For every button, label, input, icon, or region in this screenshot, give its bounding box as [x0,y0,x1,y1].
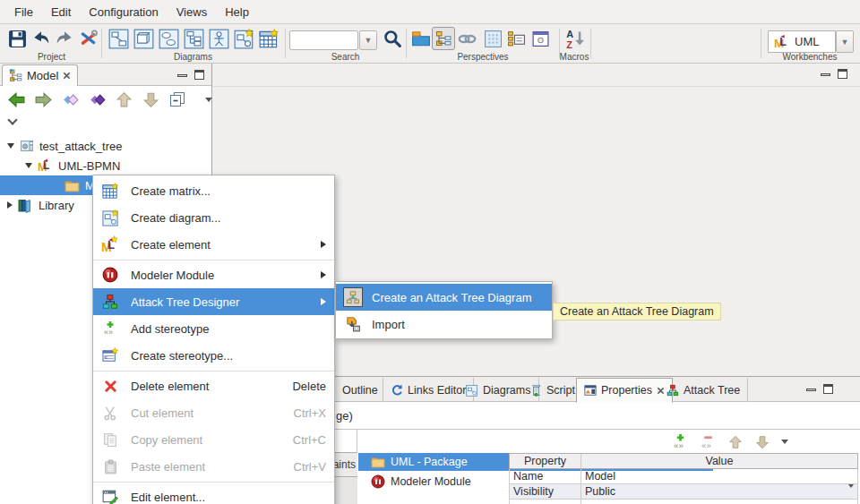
macros-sort-icon[interactable]: AZ [563,27,587,50]
menu-views[interactable]: Views [168,2,216,22]
properties-table: Property Value Name Model Visibility Pub… [509,453,858,504]
undo-icon[interactable] [30,27,53,50]
expander-open-icon[interactable] [25,163,32,168]
menu-item-cut-element[interactable]: Cut element Ctrl+X [93,399,334,426]
svg-text:«»: «» [104,328,113,337]
maximize-icon[interactable] [823,384,833,394]
list-editor-icon[interactable] [504,27,528,50]
window-perspective-icon[interactable] [529,27,552,50]
view-menu-icon[interactable] [205,98,212,102]
value-cell[interactable]: Model [581,469,857,483]
remove-stereotype-icon[interactable]: «» [700,433,717,450]
usecase-diagram-icon[interactable] [157,27,180,50]
main-toolbar: Project Diagrams ▼ Search [0,24,860,64]
tree-item-project[interactable]: test_attack_tree [0,136,211,156]
group-label-workbenches: Workbenches [763,52,856,62]
view-menu-icon[interactable] [781,440,788,444]
grid-perspective-icon[interactable] [481,27,504,50]
collapse-all-icon[interactable] [168,90,186,108]
move-up-icon[interactable] [727,434,744,450]
tab-attack-tree[interactable]: Attack Tree [659,378,748,402]
tree-item-umlbpmn[interactable]: ML UML-BPMN [0,156,211,175]
links-chain-icon[interactable] [455,27,478,50]
tab-label: Properties [601,384,652,397]
side-tab-partial[interactable]: aints [334,452,357,477]
property-cell: Visibility [510,484,581,499]
menu-item-label: Attack Tree Designer [131,295,239,309]
configure-tools-icon[interactable] [77,27,100,50]
tree-label: Library [39,199,74,212]
actor-diagram-icon[interactable] [207,27,230,50]
project-workspace-icon[interactable] [409,27,433,50]
tooltip: Create an Attack Tree Diagram [553,303,721,320]
submenu-item-import[interactable]: Import [336,311,552,337]
group-label-diagrams: Diagrams [101,52,285,62]
menu-item-create-diagram[interactable]: Create diagram... [93,204,334,231]
menu-item-add-stereotype[interactable]: «» Add stereotype [93,315,334,342]
table-row-visibility[interactable]: Visibility Public [509,484,858,500]
move-down-icon[interactable] [142,90,160,109]
menu-item-modeler-module[interactable]: Modeler Module [93,261,334,288]
menu-edit[interactable]: Edit [42,2,80,22]
menu-item-attack-tree-designer[interactable]: Attack Tree Designer [93,288,334,315]
chevron-down-icon[interactable] [7,115,17,124]
tab-script[interactable]: Script [523,378,583,402]
menu-item-edit-element[interactable]: Edit element... [93,483,334,504]
save-icon[interactable] [5,27,29,50]
add-stereotype-icon[interactable]: «» [672,433,689,450]
menu-item-create-matrix[interactable]: Create matrix... [93,177,334,204]
menu-item-copy-element[interactable]: Copy element Ctrl+C [93,426,334,453]
package-folder-icon [64,178,80,193]
navigate-forward-icon[interactable] [34,90,53,109]
context-menu: Create matrix... Create diagram... ML Cr… [92,175,335,504]
maximize-icon[interactable] [838,69,847,79]
edit-icon [100,489,120,504]
table-row-name[interactable]: Name Model [509,469,858,484]
class-diagram-icon[interactable] [107,27,130,50]
close-icon[interactable] [63,72,71,80]
new-matrix-icon[interactable] [257,27,280,50]
links-editor-icon [391,384,403,397]
model-explorer-perspective-icon[interactable] [432,27,455,50]
move-down-icon[interactable] [754,434,770,450]
menu-item-create-element[interactable]: ML Create element [93,231,334,258]
expander-closed-icon[interactable] [7,201,13,209]
dropdown-caret-icon[interactable] [848,488,854,500]
minimize-icon[interactable] [821,73,830,76]
menu-help[interactable]: Help [216,2,258,22]
minimize-icon[interactable] [177,74,187,77]
expander-open-icon[interactable] [7,143,14,149]
menu-item-paste-element[interactable]: Paste element Ctrl+V [93,453,334,480]
structure-diagram-icon[interactable] [182,27,205,50]
workbench-selector[interactable]: ML UML [768,30,836,53]
related-elements-icon[interactable] [88,90,107,109]
new-diagram-icon[interactable] [232,27,255,50]
submenu-arrow-icon [321,271,326,278]
element-title-partial: ge) [336,409,353,423]
tab-label: Attack Tree [684,384,740,397]
menu-item-delete-element[interactable]: Delete element Delete [93,372,334,399]
search-input[interactable] [289,30,358,50]
tab-label: Script [546,384,575,397]
tab-model[interactable]: Model [2,64,78,86]
maximize-icon[interactable] [194,70,204,80]
menu-item-label: Modeler Module [131,269,214,282]
search-icon[interactable] [381,27,404,50]
submenu-arrow-icon [321,298,326,305]
menu-item-create-stereotype[interactable]: « Create stereotype... [93,342,334,369]
related-diagrams-icon[interactable] [61,90,80,109]
search-dropdown-button[interactable]: ▼ [359,30,377,50]
minimize-icon[interactable] [806,389,816,391]
move-up-icon[interactable] [115,90,133,109]
redo-icon[interactable] [53,27,76,50]
menu-file[interactable]: File [5,2,42,22]
tab-properties-active[interactable]: Properties [576,378,673,403]
value-cell[interactable]: Public [581,484,857,499]
workbench-dropdown-button[interactable]: ▼ [836,30,854,53]
deployment-diagram-icon[interactable] [132,27,155,50]
navigate-back-icon[interactable] [7,90,26,109]
menu-item-label: Cut element [131,406,194,420]
model-panel-toolbar [0,86,211,113]
menu-configuration[interactable]: Configuration [80,2,167,22]
submenu-item-create-attack-tree-diagram[interactable]: Create an Attack Tree Diagram [336,284,552,311]
